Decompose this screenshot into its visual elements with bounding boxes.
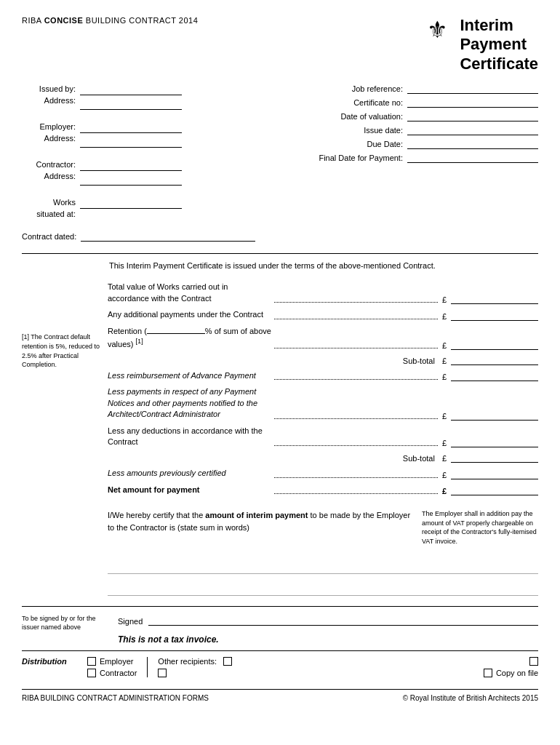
signature-line[interactable] [148, 614, 538, 626]
subtotal1-label: Sub-total [403, 356, 438, 365]
contractor-dist-label: Contractor [100, 669, 137, 677]
date-of-valuation-row: Date of valuation: [182, 111, 538, 121]
dots-6 [274, 445, 438, 446]
employer-row: Employer: Address: [22, 121, 182, 148]
dist-extra-col: Copy on file [484, 657, 538, 677]
employer-checkbox[interactable] [87, 657, 96, 666]
calculation-column: Total value of Works carried out in acco… [108, 282, 538, 501]
retention-percent-field[interactable] [147, 333, 205, 334]
employer-dist-label: Employer [100, 657, 133, 666]
payment-notices-desc: Less payments in respect of any Payment … [108, 386, 271, 420]
cert-sum-words-line2[interactable] [108, 578, 538, 596]
contractor-address-value[interactable] [80, 175, 182, 186]
org-name-prefix: RIBA [22, 16, 44, 25]
final-date-value[interactable] [407, 153, 538, 163]
dist-item-contractor: Contractor [87, 669, 137, 677]
cert-text-start: I/We hereby certify that the [108, 511, 205, 519]
contractor-address-label: Address: [22, 171, 76, 182]
employer-address-value[interactable] [80, 138, 182, 148]
final-date-row: Final Date for Payment: [182, 153, 538, 163]
dist-other-col: Other recipients: [158, 657, 232, 677]
title-text: Interim Payment Certificate [460, 16, 538, 73]
contract-dated-value[interactable] [81, 231, 255, 242]
issued-by-address-value[interactable] [80, 100, 182, 110]
issued-by-value[interactable] [80, 85, 182, 95]
date-of-valuation-value[interactable] [407, 111, 538, 121]
sign-right: Signed This is not a tax invoice. [118, 614, 538, 645]
contractor-checkbox[interactable] [87, 669, 96, 677]
certification-section: I/We hereby certify that the amount of i… [108, 509, 538, 595]
riba-logo-icon: ⚜ [422, 16, 452, 51]
issue-date-label: Issue date: [364, 126, 407, 135]
subtotal2-amount[interactable] [451, 453, 538, 463]
other-recipients-row2 [158, 669, 232, 677]
situated-at-label: situated at: [22, 209, 76, 220]
due-date-row: Due Date: [182, 139, 538, 149]
employer-value[interactable] [80, 123, 182, 133]
works-situated-value[interactable] [80, 199, 182, 209]
advance-payment-amount[interactable] [451, 371, 538, 381]
certificate-no-row: Certificate no: [182, 97, 538, 108]
sign-section: To be signed by or for the issuer named … [22, 606, 538, 645]
copy-on-file-label: Copy on file [496, 669, 538, 677]
deductions-amount[interactable] [451, 437, 538, 447]
svg-text:⚜: ⚜ [427, 17, 448, 43]
net-amount-value[interactable] [451, 485, 538, 495]
additional-payments-desc: Any additional payments under the Contra… [108, 309, 271, 320]
job-reference-value[interactable] [407, 84, 538, 94]
deductions-row: Less any deductions in accordance with t… [108, 426, 538, 448]
footer: RIBA BUILDING CONTRACT ADMINISTRATION FO… [22, 689, 538, 702]
not-tax-notice: This is not a tax invoice. [118, 634, 538, 645]
extra-box-row-1 [529, 657, 538, 666]
extra-checkbox-1[interactable] [529, 657, 538, 666]
issue-date-value[interactable] [407, 125, 538, 135]
employer-address-label: Address: [22, 133, 76, 144]
employer-label: Employer: [22, 121, 76, 132]
net-amount-pound: £ [441, 487, 448, 495]
distribution-content: Employer Contractor Other recipients: [87, 657, 538, 677]
works-situated-row: Works situated at: [22, 197, 182, 220]
contractor-value[interactable] [80, 161, 182, 171]
org-name-suffix: BUILDING CONTRACT 2014 [83, 16, 198, 25]
right-fields: Job reference: Certificate no: Date of v… [182, 84, 538, 224]
footnote-number: [1] [22, 333, 29, 340]
previously-certified-row: Less amounts previously certified £ [108, 468, 538, 479]
total-value-amount[interactable] [451, 294, 538, 304]
org-name-bold: CONCISE [44, 16, 84, 25]
net-amount-desc: Net amount for payment [108, 485, 271, 495]
issued-by-row: Issued by: Address: [22, 84, 182, 110]
additional-payments-amount[interactable] [451, 311, 538, 321]
subtotal2-label: Sub-total [403, 454, 438, 463]
retention-footnote-ref: [1] [136, 338, 143, 345]
dots-7 [274, 477, 438, 478]
other-checkbox-1[interactable] [223, 657, 232, 666]
certificate-no-value[interactable] [407, 97, 538, 108]
copy-on-file-checkbox[interactable] [484, 669, 492, 677]
due-date-value[interactable] [407, 139, 538, 149]
payment-notices-amount[interactable] [451, 410, 538, 421]
previously-certified-amount[interactable] [451, 469, 538, 479]
address-label-1: Address: [22, 95, 76, 106]
subtotal1-row: Sub-total £ [108, 355, 538, 365]
net-amount-row: Net amount for payment £ [108, 485, 538, 495]
payment-notices-pound: £ [441, 412, 448, 421]
intro-text: This Interim Payment Certificate is issu… [109, 260, 538, 272]
subtotal1-amount[interactable] [451, 355, 538, 365]
signed-row: Signed [118, 614, 538, 626]
retention-pound: £ [441, 341, 448, 350]
section-divider-1 [22, 253, 538, 254]
page: RIBA CONCISE BUILDING CONTRACT 2014 ⚜ In… [0, 0, 560, 745]
other-recipients-label: Other recipients: [158, 657, 217, 666]
previously-certified-desc: Less amounts previously certified [108, 468, 271, 479]
works-label: Works [22, 197, 76, 208]
previously-certified-pound: £ [441, 471, 448, 479]
other-checkbox-2[interactable] [158, 669, 167, 677]
additional-payments-row: Any additional payments under the Contra… [108, 309, 538, 320]
left-fields: Issued by: Address: Employer: Address: [22, 84, 182, 224]
advance-payment-desc: Less reimbursement of Advance Payment [108, 370, 271, 381]
cert-sum-words-line[interactable] [108, 557, 538, 574]
advance-payment-row: Less reimbursement of Advance Payment £ [108, 370, 538, 381]
total-value-pound: £ [441, 295, 448, 304]
retention-amount[interactable] [451, 340, 538, 350]
dist-separator [147, 657, 148, 677]
